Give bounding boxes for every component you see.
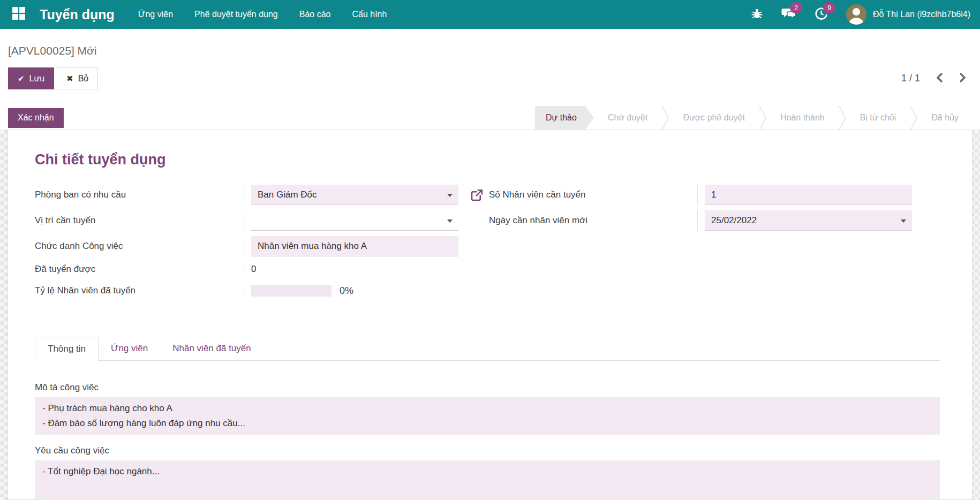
status-step-done[interactable]: Hoàn thành xyxy=(766,106,839,130)
job-requirements-line: - Tốt nghiệp Đại học ngành... xyxy=(42,464,932,479)
job-requirements-textarea[interactable]: - Tốt nghiệp Đại học ngành... xyxy=(35,460,940,499)
user-name: Đỗ Thị Lan (i9zclhb7b6i4) xyxy=(873,10,970,19)
job-requirements-label: Yêu cầu công việc xyxy=(35,445,940,456)
progress-bar xyxy=(251,285,331,297)
chevron-left-icon xyxy=(936,72,944,85)
pager-next-button[interactable] xyxy=(959,72,966,85)
job-description-textarea[interactable]: - Phụ trách mua hàng cho kho A - Đảm bảo… xyxy=(35,397,940,435)
control-panel: [APVL00025] Mới ✔ Lưu ✖ Bỏ 1 / 1 xyxy=(0,29,980,106)
menu-item-reports[interactable]: Báo cáo xyxy=(299,10,331,19)
top-navbar: Tuyển dụng Ứng viên Phê duyệt tuyển dụng… xyxy=(0,0,980,29)
caret-down-icon[interactable] xyxy=(447,219,453,223)
date-needed-label: Ngày cần nhân viên mới xyxy=(489,215,697,226)
caret-down-icon[interactable] xyxy=(901,219,906,223)
status-step-waiting[interactable]: Chờ duyệt xyxy=(594,106,662,130)
field-row-date-needed: Ngày cần nhân viên mới 25/02/2022 xyxy=(489,210,940,231)
discard-button-label: Bỏ xyxy=(78,74,89,84)
messages-button[interactable]: 2 xyxy=(781,7,796,22)
step-separator-icon xyxy=(910,106,917,130)
pager: 1 / 1 xyxy=(901,72,966,85)
app-title[interactable]: Tuyển dụng xyxy=(40,7,115,22)
job-description-label: Mô tả công việc xyxy=(35,382,940,393)
messages-count-badge: 2 xyxy=(790,2,802,13)
field-row-employees-needed: Số Nhân viên cần tuyển 1 xyxy=(489,185,940,205)
employees-needed-input[interactable]: 1 xyxy=(705,185,912,205)
department-label: Phòng ban có nhu cầu xyxy=(35,190,244,200)
form-sheet: Chi tiết tuyển dụng Phòng ban có nhu cầu… xyxy=(7,130,973,500)
main-menu: Ứng viên Phê duyệt tuyển dụng Báo cáo Cấ… xyxy=(138,10,387,19)
step-separator-icon xyxy=(839,106,846,130)
tab-candidates[interactable]: Ứng viên xyxy=(99,337,160,360)
hired-value: 0 xyxy=(251,264,256,275)
field-row-position: Vị trí cần tuyển xyxy=(35,210,470,231)
discard-button[interactable]: ✖ Bỏ xyxy=(57,67,98,89)
activities-count-badge: 9 xyxy=(823,2,835,13)
progress-percent: 0% xyxy=(340,285,353,297)
job-description-line: - Phụ trách mua hàng cho kho A xyxy=(42,401,932,416)
chevron-right-icon xyxy=(959,72,966,85)
form-statusbar: Xác nhận Dự thảo Chờ duyệt Được phê duyệ… xyxy=(0,106,980,130)
bug-icon xyxy=(751,7,763,22)
job-description-line: - Đảm bảo số lượng hàng luôn đáp ứng nhu… xyxy=(42,416,932,431)
notebook-tabs: Thông tin Ứng viên Nhân viên đã tuyển xyxy=(35,337,940,361)
status-step-refused[interactable]: Bị từ chối xyxy=(846,106,910,130)
save-button[interactable]: ✔ Lưu xyxy=(8,67,54,89)
field-row-job-title: Chức danh Công việc Nhân viên mua hàng k… xyxy=(35,236,470,256)
status-pipeline: Dự thảo Chờ duyệt Được phê duyệt Hoàn th… xyxy=(535,106,980,130)
position-select[interactable] xyxy=(251,210,458,231)
status-step-approved[interactable]: Được phê duyệt xyxy=(669,106,758,130)
save-button-label: Lưu xyxy=(29,74,45,84)
breadcrumb: [APVL00025] Mới xyxy=(8,29,980,57)
step-separator-icon xyxy=(661,106,669,130)
status-step-draft[interactable]: Dự thảo xyxy=(535,106,594,130)
job-title-input[interactable]: Nhân viên mua hàng kho A xyxy=(251,236,458,256)
menu-item-configuration[interactable]: Cấu hình xyxy=(352,10,387,19)
apps-menu-button[interactable] xyxy=(10,5,28,24)
hired-label: Đã tuyển được xyxy=(35,264,244,275)
field-row-department: Phòng ban có nhu cầu Ban Giám Đốc xyxy=(35,185,470,205)
avatar xyxy=(846,4,866,25)
position-label: Vị trí cần tuyển xyxy=(35,215,244,226)
status-step-cancelled[interactable]: Đã hủy xyxy=(917,106,973,130)
date-needed-input[interactable]: 25/02/2022 xyxy=(705,210,912,231)
activities-button[interactable]: 9 xyxy=(815,7,828,22)
caret-down-icon[interactable] xyxy=(447,194,453,197)
pager-previous-button[interactable] xyxy=(936,72,944,85)
close-icon: ✖ xyxy=(66,74,73,84)
form-background: Chi tiết tuyển dụng Phòng ban có nhu cầu… xyxy=(0,130,980,500)
tab-information-content: Mô tả công việc - Phụ trách mua hàng cho… xyxy=(35,361,940,499)
field-row-ratio: Tỷ lệ Nhân viên đã tuyển 0% xyxy=(35,283,470,298)
user-menu[interactable]: Đỗ Thị Lan (i9zclhb7b6i4) xyxy=(846,4,970,25)
menu-item-candidates[interactable]: Ứng viên xyxy=(138,10,173,19)
apps-grid-icon xyxy=(12,6,26,22)
confirm-button[interactable]: Xác nhận xyxy=(8,108,64,128)
check-icon: ✔ xyxy=(18,74,25,84)
field-group-right: Số Nhân viên cần tuyển 1 Ngày cần nhân v… xyxy=(470,185,940,305)
form-title: Chi tiết tuyển dụng xyxy=(35,151,940,168)
debug-button[interactable] xyxy=(751,7,763,22)
external-link-icon[interactable] xyxy=(470,194,484,203)
pager-count: 1 / 1 xyxy=(901,73,920,84)
employees-needed-label: Số Nhân viên cần tuyển xyxy=(489,190,697,200)
field-group-left: Phòng ban có nhu cầu Ban Giám Đốc Vị trí… xyxy=(35,185,470,305)
department-select[interactable]: Ban Giám Đốc xyxy=(251,185,458,205)
step-separator-icon xyxy=(759,106,766,130)
field-row-hired: Đã tuyển được 0 xyxy=(35,262,470,277)
tab-hired-employees[interactable]: Nhân viên đã tuyển xyxy=(160,337,263,360)
menu-item-recruitment-approval[interactable]: Phê duyệt tuyển dụng xyxy=(194,10,278,19)
tab-information[interactable]: Thông tin xyxy=(35,337,99,361)
ratio-label: Tỷ lệ Nhân viên đã tuyển xyxy=(35,285,244,296)
job-title-label: Chức danh Công việc xyxy=(35,241,244,252)
